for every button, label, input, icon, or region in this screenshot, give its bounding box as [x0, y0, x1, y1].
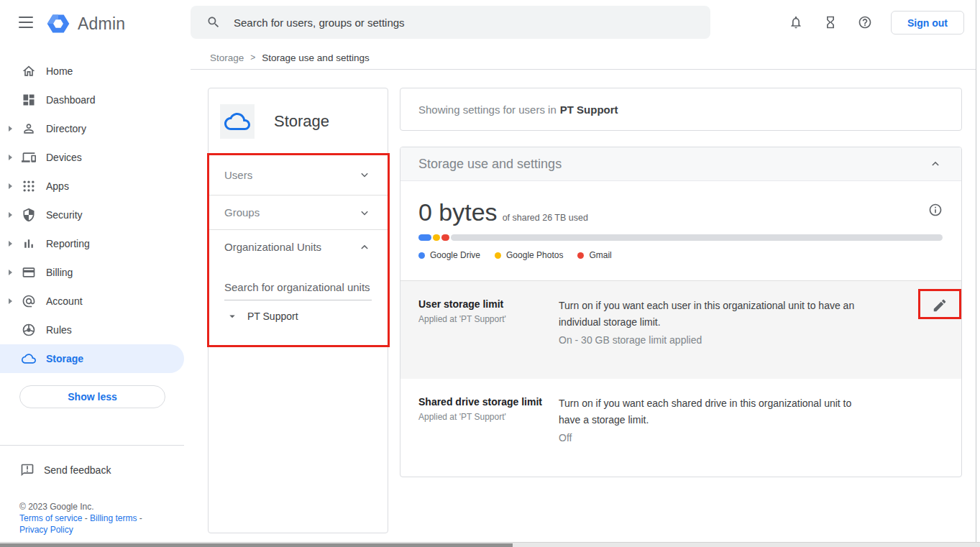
person-icon [20, 121, 37, 136]
search-input[interactable] [234, 17, 665, 29]
credit-card-icon [20, 265, 37, 280]
privacy-policy-link[interactable]: Privacy Policy [19, 525, 73, 535]
org-unit-search-input[interactable]: Search for organizational units [224, 281, 372, 300]
cloud-tile [220, 104, 255, 139]
sidebar-footer: © 2023 Google Inc. Terms of service - Bi… [19, 501, 142, 535]
expand-arrow-icon [9, 126, 12, 132]
brand: Admin [46, 12, 125, 36]
sidebar-item-dashboard[interactable]: Dashboard [0, 86, 184, 114]
setting-row-user-storage-limit: User storage limit Applied at 'PT Suppor… [400, 280, 961, 379]
bar-chart-icon [20, 236, 37, 251]
expand-arrow-icon [9, 183, 12, 189]
scope-banner: Showing settings for users in PT Support [400, 88, 962, 131]
chevron-down-icon [357, 167, 372, 182]
usage-amount: 0 bytes [418, 198, 498, 226]
section-organizational-units[interactable]: Organizational Units [209, 229, 388, 264]
usage-legend: Google Drive Google Photos Gmail [418, 250, 943, 260]
sidebar-item-devices[interactable]: Devices [0, 143, 184, 172]
breadcrumb-parent[interactable]: Storage [210, 52, 244, 63]
setting-description: Turn on if you want each shared drive in… [559, 395, 871, 428]
sidebar-item-reporting[interactable]: Reporting [0, 229, 184, 258]
billing-terms-link[interactable]: Billing terms [90, 513, 137, 523]
send-feedback-button[interactable]: Send feedback [20, 463, 111, 477]
cloud-icon [20, 351, 37, 366]
at-sign-icon [20, 294, 37, 308]
main-content: Storage > Storage use and settings Stora… [191, 46, 976, 542]
setting-title: Shared drive storage limit [418, 395, 559, 408]
setting-applied-at: Applied at 'PT Support' [418, 314, 559, 324]
sidebar-item-apps[interactable]: Apps [0, 172, 184, 201]
expand-arrow-icon [9, 270, 12, 275]
chevron-down-icon [357, 206, 372, 220]
org-unit-pt-support[interactable]: PT Support [209, 310, 388, 323]
terms-of-service-link[interactable]: Terms of service [19, 513, 82, 523]
horizontal-scrollbar-thumb[interactable] [0, 543, 513, 547]
dashboard-icon [20, 93, 37, 107]
sign-out-button[interactable]: Sign out [891, 11, 964, 35]
apps-grid-icon [20, 179, 37, 193]
setting-status: On - 30 GB storage limit applied [559, 332, 871, 349]
feedback-icon [20, 463, 35, 477]
help-icon[interactable] [858, 15, 872, 29]
cloud-icon [224, 109, 250, 134]
sidebar-item-directory[interactable]: Directory [0, 114, 184, 143]
sidebar-item-home[interactable]: Home [0, 57, 184, 86]
hourglass-icon[interactable] [823, 15, 838, 29]
bell-icon[interactable] [789, 15, 803, 29]
setting-applied-at: Applied at 'PT Support' [418, 412, 559, 422]
collapse-icon[interactable] [928, 157, 943, 171]
usage-bar-track [451, 234, 943, 241]
setting-description: Turn on if you want each user in this or… [559, 298, 871, 331]
setting-row-shared-drive-storage-limit: Shared drive storage limit Applied at 'P… [400, 379, 961, 477]
home-icon [20, 64, 37, 78]
storage-scope-panel: Storage Users Groups Organizational Unit… [208, 88, 388, 533]
panel-title: Storage [274, 112, 329, 131]
setting-title: User storage limit [418, 298, 559, 311]
wheel-icon [20, 323, 37, 337]
legend-dot [418, 252, 425, 259]
settings-section-header[interactable]: Storage use and settings [400, 147, 961, 181]
info-icon[interactable] [928, 203, 943, 217]
chevron-up-icon [357, 240, 372, 254]
sidebar: Home Dashboard Directory Devices Apps Se… [0, 46, 184, 542]
legend-google-photos: Google Photos [495, 250, 563, 260]
search-bar[interactable] [191, 6, 710, 39]
usage-bar [418, 234, 943, 241]
section-users[interactable]: Users [209, 154, 388, 195]
setting-status: Off [559, 430, 871, 446]
menu-icon[interactable] [19, 17, 33, 28]
sidebar-item-billing[interactable]: Billing [0, 258, 184, 287]
legend-google-drive: Google Drive [418, 250, 480, 260]
sidebar-item-storage[interactable]: Storage [0, 344, 184, 373]
right-edge-line [976, 0, 976, 542]
sidebar-item-security[interactable]: Security [0, 201, 184, 229]
brand-name: Admin [78, 14, 125, 34]
sidebar-divider [0, 445, 184, 446]
search-icon [206, 15, 221, 29]
sidebar-item-rules[interactable]: Rules [0, 316, 184, 344]
dropdown-arrow-icon[interactable] [226, 310, 239, 323]
breadcrumb: Storage > Storage use and settings [191, 46, 976, 70]
breadcrumb-current: Storage use and settings [262, 52, 369, 63]
legend-dot [577, 252, 584, 259]
section-groups[interactable]: Groups [209, 195, 388, 229]
top-bar: Admin Sign out [0, 0, 980, 46]
horizontal-scrollbar[interactable] [0, 542, 980, 547]
usage-summary: 0 bytes of shared 26 TB used Google Driv… [400, 181, 961, 280]
usage-bar-photos [433, 234, 440, 241]
admin-logo-icon [46, 12, 70, 36]
expand-arrow-icon [9, 212, 12, 218]
usage-bar-gmail [441, 234, 449, 241]
expand-arrow-icon [9, 241, 12, 247]
breadcrumb-separator: > [250, 52, 255, 63]
copyright: © 2023 Google Inc. [19, 501, 142, 512]
sidebar-item-account[interactable]: Account [0, 287, 184, 316]
storage-settings-card: Storage use and settings 0 bytes of shar… [400, 147, 962, 477]
devices-icon [20, 150, 37, 165]
edit-pencil-icon[interactable] [932, 298, 948, 313]
shield-icon [20, 208, 37, 222]
usage-bar-drive [418, 234, 431, 241]
panel-header: Storage [209, 88, 388, 154]
legend-gmail: Gmail [577, 250, 611, 260]
show-less-button[interactable]: Show less [19, 385, 165, 408]
